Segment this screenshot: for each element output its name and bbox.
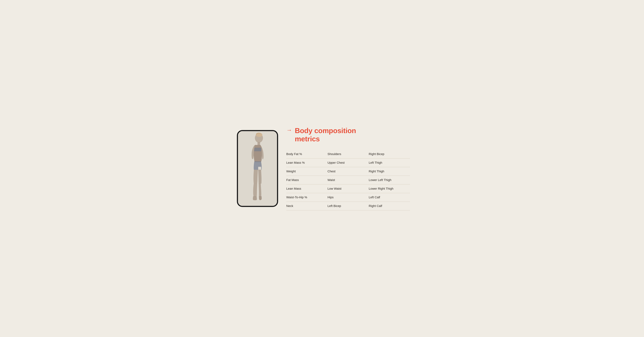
- list-item: Body Fat %: [286, 150, 328, 158]
- metrics-grid: Body Fat % Lean Mass % Weight Fat Mass L…: [286, 150, 410, 210]
- list-item: Left Thigh: [369, 158, 410, 167]
- main-title: Body composition metrics: [295, 127, 356, 143]
- arrow-icon: →: [286, 127, 292, 133]
- metric-label: Right Bicep: [369, 152, 384, 156]
- metric-label: Left Thigh: [369, 161, 382, 164]
- metric-label: Low Waist: [328, 187, 342, 190]
- list-item: Weight: [286, 167, 328, 176]
- metric-label: Weight: [286, 170, 296, 173]
- phone-mockup: [237, 130, 278, 207]
- metric-label: Lower Right Thigh: [369, 187, 394, 190]
- list-item: Hips: [328, 193, 369, 202]
- list-item: Shoulders: [328, 150, 369, 158]
- list-item: Waist-To-Hip %: [286, 193, 328, 202]
- list-item: Lean Mass %: [286, 158, 328, 167]
- list-item: Right Thigh: [369, 167, 410, 176]
- page-container: → Body composition metrics Body Fat % Le…: [226, 118, 418, 219]
- metric-label: Right Thigh: [369, 170, 384, 173]
- list-item: Left Calf: [369, 193, 410, 202]
- metric-label: Upper Chest: [328, 161, 345, 164]
- metric-label: Fat Mass: [286, 178, 299, 182]
- metric-label: Lean Mass %: [286, 161, 305, 164]
- metric-label: Right Calf: [369, 204, 382, 208]
- metric-label: Waist: [328, 178, 335, 182]
- metric-label: Neck: [286, 204, 293, 208]
- list-item: Fat Mass: [286, 176, 328, 184]
- list-item: Waist: [328, 176, 369, 184]
- list-item: Right Bicep: [369, 150, 410, 158]
- metrics-column-2: Shoulders Upper Chest Chest Waist Low Wa…: [328, 150, 369, 210]
- metric-label: Lower Left Thigh: [369, 178, 392, 182]
- metric-label: Left Calf: [369, 196, 380, 199]
- header-row: → Body composition metrics: [286, 127, 410, 143]
- list-item: Chest: [328, 167, 369, 176]
- metric-label: Shoulders: [328, 152, 341, 156]
- list-item: Neck: [286, 202, 328, 210]
- metric-label: Chest: [328, 170, 336, 173]
- list-item: Upper Chest: [328, 158, 369, 167]
- content-section: → Body composition metrics Body Fat % Le…: [286, 127, 410, 211]
- list-item: Lower Left Thigh: [369, 176, 410, 184]
- phone-screen: [238, 131, 277, 206]
- list-item: Low Waist: [328, 184, 369, 193]
- metric-label: Body Fat %: [286, 152, 302, 156]
- list-item: Lean Mass: [286, 184, 328, 193]
- svg-rect-1: [258, 142, 260, 145]
- list-item: Left Bicep: [328, 202, 369, 210]
- metric-label: Hips: [328, 196, 334, 199]
- metrics-column-3: Right Bicep Left Thigh Right Thigh Lower…: [369, 150, 410, 210]
- metrics-column-1: Body Fat % Lean Mass % Weight Fat Mass L…: [286, 150, 328, 210]
- metric-label: Waist-To-Hip %: [286, 196, 307, 199]
- human-figure-svg: [238, 131, 277, 206]
- metric-label: Left Bicep: [328, 204, 341, 208]
- metric-label: Lean Mass: [286, 187, 301, 190]
- title-line2: metrics: [295, 135, 320, 143]
- list-item: Right Calf: [369, 202, 410, 210]
- title-line1: Body composition: [295, 127, 356, 135]
- list-item: Lower Right Thigh: [369, 184, 410, 193]
